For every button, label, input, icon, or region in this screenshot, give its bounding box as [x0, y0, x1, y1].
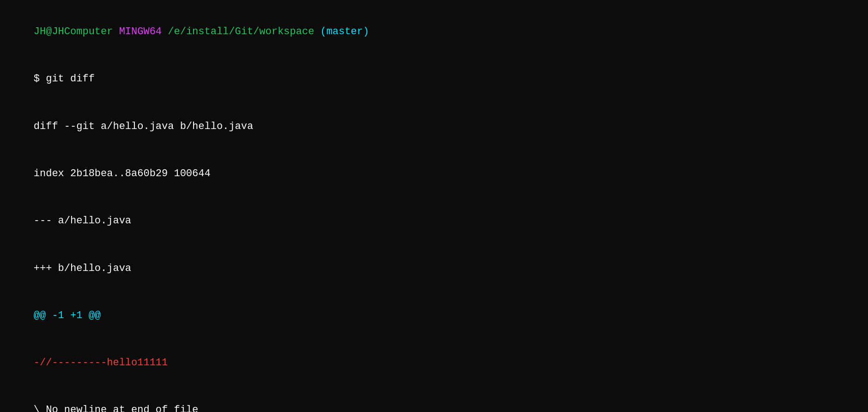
no-newline-1: \ No newline at end of file	[9, 387, 859, 412]
from-file-1: --- a/hello.java	[9, 197, 859, 245]
index-line-1: index 2b18bea..8a60b29 100644	[9, 150, 859, 197]
terminal: JH@JHComputer MINGW64 /e/install/Git/wor…	[0, 0, 868, 412]
prompt-line-1: JH@JHComputer MINGW64 /e/install/Git/wor…	[9, 8, 859, 55]
diff-header-1: diff --git a/hello.java b/hello.java	[9, 103, 859, 150]
prompt-path-1: /e/install/Git/workspace	[168, 26, 314, 37]
to-file-1: +++ b/hello.java	[9, 245, 859, 292]
prompt-user-1: JH@JHComputer	[34, 26, 113, 37]
prompt-shell-1: MINGW64	[119, 26, 162, 37]
command-line-1: $ git diff	[9, 55, 859, 103]
prompt-branch-1: (master)	[320, 26, 369, 37]
removed-line-1: -//---------hello11111	[9, 339, 859, 387]
hunk-header-1: @@ -1 +1 @@	[9, 292, 859, 339]
